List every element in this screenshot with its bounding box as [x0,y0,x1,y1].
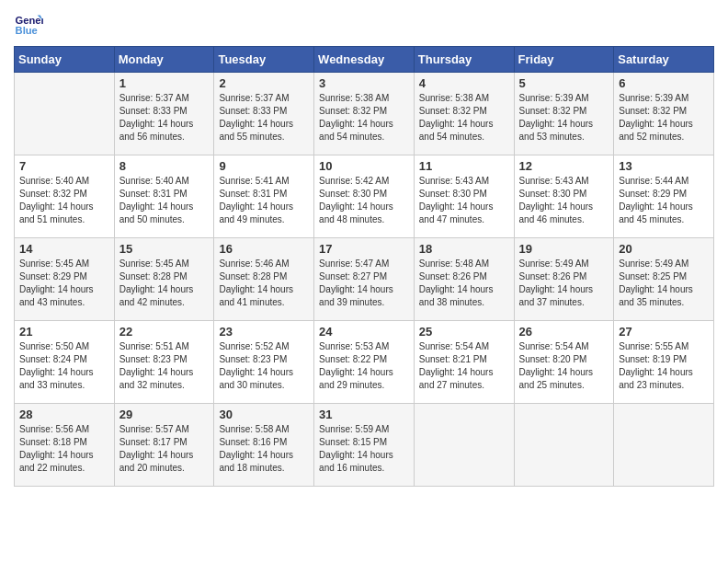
day-info: Sunrise: 5:47 AM Sunset: 8:27 PM Dayligh… [319,258,409,309]
day-info: Sunrise: 5:46 AM Sunset: 8:28 PM Dayligh… [219,258,309,309]
day-number: 5 [519,76,609,90]
calendar-cell: 6Sunrise: 5:39 AM Sunset: 8:32 PM Daylig… [614,73,714,155]
day-number: 25 [419,325,509,339]
page-header: General Blue [14,9,714,39]
day-number: 19 [519,242,609,256]
day-info: Sunrise: 5:54 AM Sunset: 8:21 PM Dayligh… [419,340,509,392]
week-row-3: 14Sunrise: 5:45 AM Sunset: 8:29 PM Dayli… [15,238,714,321]
day-header-sunday: Sunday [15,47,115,73]
day-header-thursday: Thursday [414,47,514,73]
day-info: Sunrise: 5:45 AM Sunset: 8:28 PM Dayligh… [119,258,210,309]
day-info: Sunrise: 5:43 AM Sunset: 8:30 PM Dayligh… [419,175,509,226]
calendar-cell: 16Sunrise: 5:46 AM Sunset: 8:28 PM Dayli… [214,238,314,321]
day-number: 10 [319,159,409,173]
calendar-cell [15,73,115,155]
calendar-cell [514,404,614,487]
calendar-cell: 17Sunrise: 5:47 AM Sunset: 8:27 PM Dayli… [314,238,415,321]
day-info: Sunrise: 5:39 AM Sunset: 8:32 PM Dayligh… [619,92,709,144]
day-info: Sunrise: 5:51 AM Sunset: 8:23 PM Dayligh… [119,340,210,392]
day-info: Sunrise: 5:59 AM Sunset: 8:15 PM Dayligh… [319,423,409,475]
day-number: 26 [519,325,609,339]
day-number: 16 [219,242,309,256]
day-info: Sunrise: 5:54 AM Sunset: 8:20 PM Dayligh… [519,340,609,392]
day-info: Sunrise: 5:40 AM Sunset: 8:31 PM Dayligh… [119,175,210,226]
calendar-cell: 10Sunrise: 5:42 AM Sunset: 8:30 PM Dayli… [314,155,415,238]
day-header-friday: Friday [514,47,614,73]
day-number: 21 [19,325,109,339]
day-number: 28 [19,408,109,421]
calendar-cell: 20Sunrise: 5:49 AM Sunset: 8:25 PM Dayli… [614,238,714,321]
calendar-cell: 2Sunrise: 5:37 AM Sunset: 8:33 PM Daylig… [214,73,314,155]
calendar-cell: 28Sunrise: 5:56 AM Sunset: 8:18 PM Dayli… [15,404,115,487]
calendar-cell: 12Sunrise: 5:43 AM Sunset: 8:30 PM Dayli… [514,155,614,238]
calendar-cell: 27Sunrise: 5:55 AM Sunset: 8:19 PM Dayli… [614,321,714,404]
day-number: 18 [419,242,509,256]
svg-text:Blue: Blue [16,25,38,36]
day-info: Sunrise: 5:43 AM Sunset: 8:30 PM Dayligh… [519,175,609,226]
day-number: 9 [219,159,309,173]
day-info: Sunrise: 5:49 AM Sunset: 8:25 PM Dayligh… [619,258,709,309]
day-number: 30 [219,408,309,421]
day-number: 11 [419,159,509,173]
calendar-cell: 13Sunrise: 5:44 AM Sunset: 8:29 PM Dayli… [614,155,714,238]
day-number: 29 [119,408,210,421]
day-number: 24 [319,325,409,339]
day-info: Sunrise: 5:58 AM Sunset: 8:16 PM Dayligh… [219,423,309,475]
day-info: Sunrise: 5:37 AM Sunset: 8:33 PM Dayligh… [219,92,309,144]
calendar-table: SundayMondayTuesdayWednesdayThursdayFrid… [14,46,714,487]
day-number: 23 [219,325,309,339]
calendar-cell: 30Sunrise: 5:58 AM Sunset: 8:16 PM Dayli… [214,404,314,487]
logo-icon: General Blue [14,9,43,39]
day-info: Sunrise: 5:52 AM Sunset: 8:23 PM Dayligh… [219,340,309,392]
calendar-cell: 5Sunrise: 5:39 AM Sunset: 8:32 PM Daylig… [514,73,614,155]
day-number: 20 [619,242,709,256]
header-row: SundayMondayTuesdayWednesdayThursdayFrid… [15,47,714,73]
day-info: Sunrise: 5:50 AM Sunset: 8:24 PM Dayligh… [19,340,109,392]
calendar-cell [614,404,714,487]
week-row-2: 7Sunrise: 5:40 AM Sunset: 8:32 PM Daylig… [15,155,714,238]
day-info: Sunrise: 5:38 AM Sunset: 8:32 PM Dayligh… [319,92,409,144]
day-number: 3 [319,76,409,90]
day-number: 4 [419,76,509,90]
calendar-cell: 18Sunrise: 5:48 AM Sunset: 8:26 PM Dayli… [414,238,514,321]
calendar-cell: 25Sunrise: 5:54 AM Sunset: 8:21 PM Dayli… [414,321,514,404]
calendar-cell: 8Sunrise: 5:40 AM Sunset: 8:31 PM Daylig… [114,155,214,238]
week-row-1: 1Sunrise: 5:37 AM Sunset: 8:33 PM Daylig… [15,73,714,155]
calendar-cell [414,404,514,487]
calendar-cell: 15Sunrise: 5:45 AM Sunset: 8:28 PM Dayli… [114,238,214,321]
day-number: 12 [519,159,609,173]
day-info: Sunrise: 5:37 AM Sunset: 8:33 PM Dayligh… [119,92,210,144]
week-row-5: 28Sunrise: 5:56 AM Sunset: 8:18 PM Dayli… [15,404,714,487]
calendar-cell: 1Sunrise: 5:37 AM Sunset: 8:33 PM Daylig… [114,73,214,155]
day-number: 7 [19,159,109,173]
day-info: Sunrise: 5:42 AM Sunset: 8:30 PM Dayligh… [319,175,409,226]
day-info: Sunrise: 5:39 AM Sunset: 8:32 PM Dayligh… [519,92,609,144]
day-header-tuesday: Tuesday [214,47,314,73]
week-row-4: 21Sunrise: 5:50 AM Sunset: 8:24 PM Dayli… [15,321,714,404]
day-number: 17 [319,242,409,256]
day-number: 15 [119,242,210,256]
day-number: 2 [219,76,309,90]
day-header-monday: Monday [114,47,214,73]
day-info: Sunrise: 5:41 AM Sunset: 8:31 PM Dayligh… [219,175,309,226]
day-number: 31 [319,408,409,421]
day-number: 13 [619,159,709,173]
day-number: 1 [119,76,210,90]
day-header-wednesday: Wednesday [314,47,415,73]
day-info: Sunrise: 5:56 AM Sunset: 8:18 PM Dayligh… [19,423,109,475]
calendar-cell: 3Sunrise: 5:38 AM Sunset: 8:32 PM Daylig… [314,73,415,155]
calendar-cell: 4Sunrise: 5:38 AM Sunset: 8:32 PM Daylig… [414,73,514,155]
day-number: 6 [619,76,709,90]
day-info: Sunrise: 5:40 AM Sunset: 8:32 PM Dayligh… [19,175,109,226]
calendar-cell: 19Sunrise: 5:49 AM Sunset: 8:26 PM Dayli… [514,238,614,321]
day-info: Sunrise: 5:44 AM Sunset: 8:29 PM Dayligh… [619,175,709,226]
day-number: 8 [119,159,210,173]
day-info: Sunrise: 5:57 AM Sunset: 8:17 PM Dayligh… [119,423,210,475]
calendar-cell: 14Sunrise: 5:45 AM Sunset: 8:29 PM Dayli… [15,238,115,321]
day-info: Sunrise: 5:55 AM Sunset: 8:19 PM Dayligh… [619,340,709,392]
day-info: Sunrise: 5:38 AM Sunset: 8:32 PM Dayligh… [419,92,509,144]
day-info: Sunrise: 5:45 AM Sunset: 8:29 PM Dayligh… [19,258,109,309]
day-info: Sunrise: 5:49 AM Sunset: 8:26 PM Dayligh… [519,258,609,309]
day-info: Sunrise: 5:48 AM Sunset: 8:26 PM Dayligh… [419,258,509,309]
day-header-saturday: Saturday [614,47,714,73]
